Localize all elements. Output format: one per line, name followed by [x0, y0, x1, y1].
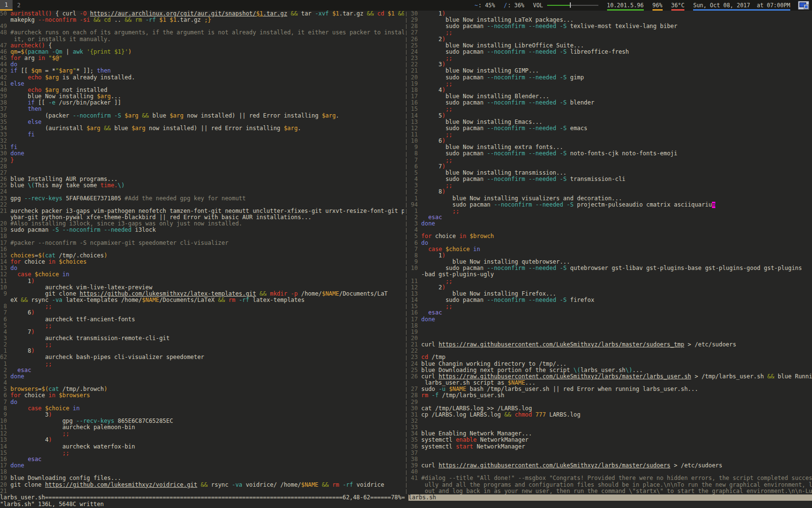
- line-number: 16: [0, 456, 7, 463]
- code-row: 14for choice in $choices: [0, 259, 404, 265]
- code-row: 20 sudo pacman --noconfirm --needed -S g…: [411, 75, 812, 81]
- code-row: 13do: [0, 265, 404, 271]
- line-number: 13: [411, 291, 418, 297]
- line-number: 17: [411, 93, 418, 100]
- code-row: 1 ;;: [411, 208, 812, 214]
- line-number: 20: [0, 482, 7, 488]
- code-row: 3done: [411, 221, 812, 227]
- code-row: 40 echo $arg not installed: [0, 87, 404, 93]
- code-row: 18 4): [411, 87, 812, 93]
- code-row: 34blue Enabling Network Manager...: [411, 431, 812, 437]
- line-number: 24: [411, 49, 418, 55]
- line-number: 12: [411, 284, 418, 291]
- line-number: 18: [0, 233, 7, 239]
- code-row: 28 sudo pacman --noconfirm --needed -S t…: [411, 23, 812, 30]
- line-number: 16: [411, 310, 418, 316]
- code-row: 3done: [0, 374, 404, 380]
- line-number: 21: [411, 342, 418, 348]
- code-row: 6 aurcheck ttf-ancient-fonts: [0, 316, 404, 323]
- line-number: 10: [0, 418, 7, 424]
- code-row: 19blue Downloading config files...: [0, 475, 404, 481]
- line-number: 46: [0, 49, 7, 55]
- line-number: 15: [0, 253, 7, 259]
- code-row: 24: [0, 189, 404, 195]
- code-row: 17done: [411, 316, 812, 323]
- vim-window-left[interactable]: 50aurinstall() { curl -O https://aur.arc…: [0, 11, 404, 494]
- code-row: 29}: [0, 157, 404, 164]
- code-row: 6for choice in $browsers: [0, 392, 404, 399]
- code-row: 12 sudo pacman --noconfirm --needed -S e…: [411, 125, 812, 132]
- code-row: 5browsers=$(cat /tmp/.browch): [0, 386, 404, 392]
- code-row: 7 ;;: [411, 157, 812, 164]
- code-row: 11 1): [0, 278, 404, 284]
- code-row: 41#dialog --title "All done!" --msgbox "…: [411, 475, 812, 481]
- line-number: 36: [0, 113, 7, 119]
- line-number: 7: [411, 246, 418, 253]
- line-number: 24: [411, 361, 418, 367]
- line-number: 10: [411, 265, 418, 271]
- line-number: 18: [411, 323, 418, 329]
- line-number: 12: [0, 271, 7, 278]
- line-number: 3: [0, 335, 7, 342]
- code-row: 26curl https://raw.githubusercontent.com…: [411, 374, 812, 380]
- module-temperature: 36°C: [671, 0, 685, 11]
- line-number: 28: [411, 23, 418, 30]
- line-number: 33: [411, 424, 418, 431]
- code-row: 1 ;;: [0, 361, 404, 367]
- line-number: 33: [0, 132, 7, 138]
- code-row: 11 ;;: [411, 278, 812, 284]
- module-datetime: Sun, Oct 08, 2017 at 07:00PM: [693, 0, 790, 11]
- computer-monitor-icon[interactable]: [798, 1, 809, 10]
- line-number: 1: [411, 195, 418, 202]
- line-number: 27: [411, 30, 418, 36]
- code-row: 24blue Changin working directory to /tmp…: [411, 361, 812, 367]
- line-number: 28: [0, 164, 7, 170]
- module-volume[interactable]: VOL: [533, 0, 598, 11]
- code-row: 2 esac: [0, 367, 404, 374]
- code-row: 38 if [[ -e /usr/bin/packer ]]: [0, 100, 404, 106]
- code-row: 7 case $choice in: [411, 246, 812, 253]
- line-number: 29: [0, 157, 7, 164]
- code-row: 29 blue Now installing LaTeX packages...: [411, 17, 812, 23]
- line-number: 30: [0, 150, 7, 157]
- code-row: 22: [411, 348, 812, 354]
- line-number: 31: [411, 412, 418, 418]
- code-row: 10 aurcheck vim-live-latex-preview: [0, 284, 404, 291]
- module-battery: 96%: [652, 0, 663, 11]
- window-separator[interactable]: [404, 11, 409, 494]
- line-number: 17: [411, 316, 418, 323]
- line-number: 4: [411, 227, 418, 233]
- code-row: 21: [0, 488, 404, 494]
- code-row: 14 5): [411, 113, 812, 119]
- line-number: 4: [0, 380, 7, 386]
- line-number: 2: [411, 189, 418, 195]
- code-row: 31cp /LARBS.log LARBS.log && chmod 777 L…: [411, 412, 812, 418]
- vim-window-right[interactable]: 30 1)29 blue Now installing LaTeX packag…: [409, 11, 812, 494]
- code-row: 35 else: [0, 119, 404, 125]
- code-row: 27sudo -u $NAME bash /tmp/larbs_user.sh …: [411, 386, 812, 392]
- line-number: 62: [0, 354, 11, 360]
- code-row: ully and all the programs and configurat…: [411, 482, 812, 488]
- statusline-active: larbs.sh 94,78-92 96%: [408, 494, 812, 501]
- line-number: 37: [411, 450, 418, 456]
- line-number: 16: [0, 246, 7, 253]
- workspace-1[interactable]: 1: [0, 0, 13, 11]
- line-number: 8: [411, 150, 418, 157]
- line-number: 27: [0, 170, 7, 176]
- code-row: 12 case $choice in: [0, 271, 404, 278]
- home-usage-icon: ~: [475, 2, 478, 9]
- line-number: 20: [411, 75, 418, 81]
- code-row: 24 sudo pacman --noconfirm --needed -S l…: [411, 49, 812, 55]
- code-row: 10 sudo pacman --noconfirm --needed -S q…: [411, 265, 812, 271]
- line-number: 47: [0, 43, 7, 49]
- line-number: 39: [0, 93, 7, 100]
- workspace-2[interactable]: 2: [13, 0, 25, 11]
- code-row: 34 (aurinstall $arg && blue $arg now ins…: [0, 125, 404, 132]
- line-number: 5: [0, 386, 7, 392]
- code-row: 15choices=$(cat /tmp/.choices): [0, 253, 404, 259]
- volume-slider[interactable]: [547, 2, 598, 8]
- line-number: 22: [411, 348, 418, 354]
- system-tray[interactable]: [798, 0, 809, 11]
- code-row: 32: [0, 138, 404, 144]
- code-row: 9 blue Now installing qutebrowser...: [411, 259, 812, 265]
